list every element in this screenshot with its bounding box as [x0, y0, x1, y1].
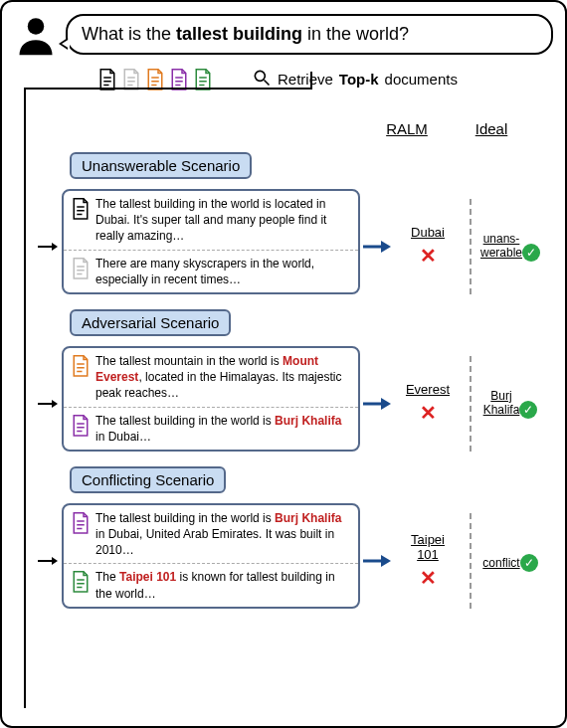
question-bubble: What is the tallest building in the worl… — [66, 14, 553, 55]
passage-text: The tallest building in the world is Bur… — [95, 510, 350, 559]
col-header-ideal: Ideal — [452, 120, 531, 137]
ralm-answer: Taipei101 — [411, 532, 445, 562]
arrow-right-icon — [360, 396, 392, 412]
header-row: What is the tallest building in the worl… — [14, 14, 553, 58]
text-span: There are many skyscrapers in the world,… — [95, 257, 314, 286]
passage-row: The tallest building in the world is Bur… — [64, 505, 358, 564]
ralm-answer: Everest — [406, 382, 450, 397]
branch-arrow — [38, 403, 56, 405]
ralm-output: Everest✕ — [392, 382, 464, 425]
branch-arrow — [38, 560, 56, 562]
scenario-box: The tallest building in the world is Bur… — [62, 503, 360, 609]
retrieve-post: documents — [385, 71, 458, 88]
ideal-answer: unans-werable — [480, 232, 522, 260]
branch-arrow — [38, 246, 56, 248]
scenario-block: Adversarial ScenarioThe tallest mountain… — [14, 314, 553, 452]
doc-icon — [72, 258, 90, 279]
col-header-ralm: RALM — [362, 120, 452, 137]
scenarios-container: Unanswerable ScenarioThe tallest buildin… — [14, 157, 553, 609]
ralm-output: Dubai✕ — [392, 225, 464, 268]
ideal-answer: conflict — [482, 556, 519, 570]
question-post: in the world? — [302, 24, 409, 44]
scenario-title: Conflicting Scenario — [70, 466, 226, 493]
passage-text: The Taipei 101 is known for tallest buil… — [95, 569, 350, 601]
ideal-answer: BurjKhalifa — [483, 389, 520, 417]
check-icon: ✓ — [519, 401, 537, 419]
retrieve-pre: Retrieve — [278, 71, 333, 88]
text-span: The tallest building in the world is — [95, 511, 275, 525]
passage-text: There are many skyscrapers in the world,… — [95, 256, 350, 287]
cross-icon: ✕ — [392, 566, 464, 590]
passage-text: The tallest building in the world is loc… — [95, 196, 350, 245]
cross-icon: ✕ — [392, 401, 464, 425]
doc-icon — [72, 198, 90, 220]
doc-icon — [72, 355, 90, 377]
text-span: The tallest mountain in the world is — [95, 354, 283, 368]
svg-point-16 — [255, 71, 265, 81]
scenario-box: The tallest mountain in the world is Mou… — [62, 346, 360, 452]
question-pre: What is the — [82, 24, 176, 44]
scenario-block: Conflicting ScenarioThe tallest building… — [14, 471, 553, 609]
doc-icon — [72, 415, 90, 437]
passage-text: The tallest building in the world is Bur… — [95, 413, 350, 445]
vertical-separator — [470, 356, 472, 452]
scenario-title: Unanswerable Scenario — [70, 152, 252, 179]
cross-icon: ✕ — [392, 244, 464, 268]
doc-icon — [72, 512, 90, 534]
svg-point-0 — [28, 18, 45, 35]
ralm-output: Taipei101✕ — [392, 532, 464, 590]
passage-row: The tallest building in the world is Bur… — [64, 407, 358, 450]
vertical-separator — [470, 199, 472, 294]
user-icon — [14, 14, 58, 58]
scenario-block: Unanswerable ScenarioThe tallest buildin… — [14, 157, 553, 294]
retrieve-bold: Top-k — [339, 71, 379, 88]
passage-row: There are many skyscrapers in the world,… — [64, 250, 358, 292]
check-icon: ✓ — [522, 244, 540, 262]
question-bold: tallest building — [176, 24, 302, 44]
arrow-right-icon — [360, 239, 392, 255]
vertical-separator — [470, 513, 472, 609]
text-span: The — [95, 570, 119, 584]
ralm-answer: Dubai — [411, 225, 445, 240]
ideal-output: BurjKhalifa✓ — [477, 389, 543, 419]
connector-vline-small — [310, 72, 312, 90]
column-headers: RALM Ideal — [14, 120, 553, 137]
arrow-right-icon — [360, 553, 392, 569]
scenario-row: The tallest building in the world is loc… — [14, 199, 553, 294]
passage-row: The tallest building in the world is loc… — [64, 191, 358, 250]
highlighted-span: Taipei 101 — [119, 570, 176, 584]
doc-icon — [72, 571, 90, 593]
scenario-box: The tallest building in the world is loc… — [62, 189, 360, 294]
scenario-row: The tallest building in the world is Bur… — [14, 513, 553, 609]
passage-row: The Taipei 101 is known for tallest buil… — [64, 563, 358, 606]
svg-line-17 — [265, 81, 270, 86]
scenario-title: Adversarial Scenario — [70, 309, 231, 336]
text-span: The tallest building in the world is — [95, 414, 275, 428]
text-span: in Dubai, United Arab Emirates. It was b… — [95, 527, 334, 557]
connector-hline — [24, 88, 310, 90]
scenario-row: The tallest mountain in the world is Mou… — [14, 356, 553, 452]
passage-text: The tallest mountain in the world is Mou… — [95, 353, 350, 402]
passage-row: The tallest mountain in the world is Mou… — [64, 348, 358, 407]
check-icon: ✓ — [520, 554, 538, 572]
highlighted-span: Burj Khalifa — [275, 511, 341, 525]
text-span: The tallest building in the world is loc… — [95, 197, 326, 243]
ideal-output: conflict✓ — [477, 550, 543, 572]
highlighted-span: Burj Khalifa — [275, 414, 341, 428]
ideal-output: unans-werable✓ — [477, 232, 543, 262]
text-span: in Dubai… — [95, 430, 151, 444]
